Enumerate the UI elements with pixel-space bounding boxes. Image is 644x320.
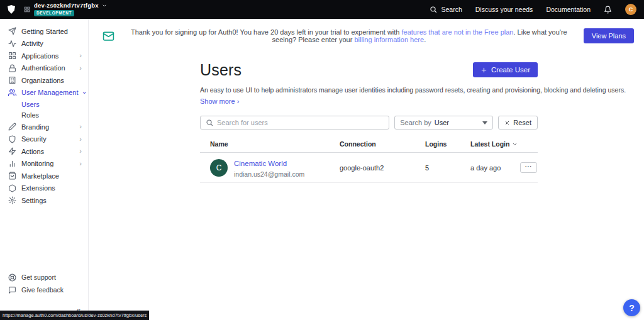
chevron-right-icon: ›: [79, 52, 82, 59]
bar-chart-icon: [8, 160, 16, 168]
sidebar-nav: Getting StartedActivityApplications›Auth…: [0, 25, 88, 207]
sidebar-item-authentication[interactable]: Authentication›: [0, 62, 88, 75]
column-header-logins: Logins: [425, 140, 470, 148]
sidebar: Getting StartedActivityApplications›Auth…: [0, 19, 89, 320]
chevron-right-icon: ›: [79, 160, 82, 167]
storefront-icon: [8, 172, 16, 180]
column-header-name: Name: [210, 140, 340, 148]
auth0-dashboard: dev-zs0zknd7tv7tfgbx DEVELOPMENT Search …: [0, 0, 644, 320]
notifications-bell-icon[interactable]: [604, 6, 612, 14]
view-plans-button[interactable]: View Plans: [584, 28, 634, 43]
sidebar-item-user-management[interactable]: User Management›: [0, 87, 88, 99]
dropdown-caret-icon: [482, 121, 487, 124]
user-connection: google-oauth2: [340, 164, 425, 172]
give-feedback-link[interactable]: Give feedback: [0, 284, 88, 296]
create-user-button[interactable]: Create User: [473, 62, 538, 77]
message-square-icon: [8, 286, 16, 294]
table-header: Name Connection Logins Latest Login: [200, 140, 538, 153]
users-page: Users Create User An easy to use UI to h…: [200, 61, 538, 183]
sidebar-item-extensions[interactable]: Extensions: [0, 182, 88, 195]
users-table: Name Connection Logins Latest Login CCin…: [200, 140, 538, 183]
user-cell: CCinematic Worldindian.us24@gmail.com: [210, 157, 340, 178]
x-icon: [504, 120, 510, 126]
chevron-right-icon: ›: [237, 97, 240, 105]
topbar-actions: Search Discuss your needs Documentation …: [430, 4, 636, 15]
user-table-row: CCinematic Worldindian.us24@gmail.comgoo…: [200, 153, 538, 183]
puzzle-icon: [8, 184, 16, 192]
users-icon: [8, 89, 16, 97]
column-header-latest-login[interactable]: Latest Login: [470, 140, 520, 148]
chevron-right-icon: ›: [79, 65, 82, 72]
trial-banner: Thank you for signing up for Auth0! You …: [89, 19, 644, 51]
environment-badge: DEVELOPMENT: [34, 10, 74, 17]
rocket-icon: [8, 27, 16, 35]
chevron-down-icon: ›: [81, 91, 88, 94]
reset-button[interactable]: Reset: [498, 116, 538, 130]
sidebar-item-marketplace[interactable]: Marketplace: [0, 170, 88, 182]
sidebar-item-actions[interactable]: Actions›: [0, 145, 88, 158]
tenant-switcher[interactable]: dev-zs0zknd7tv7tfgbx DEVELOPMENT: [24, 3, 107, 16]
chevron-down-icon: [102, 3, 107, 8]
user-row-avatar: C: [210, 159, 228, 177]
chevron-right-icon: ›: [79, 123, 82, 130]
auth0-logo-icon: [6, 4, 16, 14]
sidebar-item-branding[interactable]: Branding›: [0, 121, 88, 133]
table-controls: Search by User Reset: [200, 116, 538, 130]
user-logins: 5: [425, 164, 470, 172]
lightning-icon: [8, 147, 16, 155]
get-support-link[interactable]: Get support: [0, 271, 88, 284]
search-by-dropdown[interactable]: Search by User: [394, 116, 493, 130]
sidebar-footer: Get support Give feedback: [0, 271, 88, 296]
user-email: indian.us24@gmail.com: [234, 170, 304, 178]
tenant-name: dev-zs0zknd7tv7tfgbx: [34, 3, 99, 9]
gear-icon: [8, 196, 16, 204]
sidebar-item-activity[interactable]: Activity: [0, 38, 88, 50]
sidebar-item-security[interactable]: Security›: [0, 133, 88, 146]
search-menu-item[interactable]: Search: [430, 6, 462, 13]
help-button[interactable]: ?: [623, 299, 640, 316]
search-icon: [206, 119, 213, 126]
sort-chevron-down-icon: [512, 141, 518, 147]
top-bar: dev-zs0zknd7tv7tfgbx DEVELOPMENT Search …: [0, 0, 644, 19]
main-content: Thank you for signing up for Auth0! You …: [89, 19, 644, 320]
shield-icon: [8, 135, 16, 143]
row-actions-button[interactable]: ⋯: [520, 162, 537, 173]
brush-icon: [8, 123, 16, 131]
link-url-statusbar: https://manage.auth0.com/dashboard/us/de…: [0, 311, 149, 320]
sidebar-item-organizations[interactable]: Organizations: [0, 74, 88, 87]
user-latest-login: a day ago: [470, 164, 520, 172]
page-title: Users: [200, 61, 242, 79]
chevron-right-icon: ›: [79, 136, 82, 143]
sidebar-item-applications[interactable]: Applications›: [0, 50, 88, 62]
activity-icon: [8, 40, 16, 48]
sidebar-item-getting-started[interactable]: Getting Started: [0, 25, 88, 38]
sidebar-item-settings[interactable]: Settings: [0, 194, 88, 207]
sidebar-item-monitoring[interactable]: Monitoring›: [0, 158, 88, 170]
user-avatar[interactable]: C: [625, 4, 636, 15]
trial-banner-text: Thank you for signing up for Auth0! You …: [121, 28, 577, 43]
sidebar-item-users[interactable]: Users: [0, 99, 88, 110]
building-icon: [8, 76, 16, 84]
lifebuoy-icon: [8, 273, 16, 282]
discuss-your-needs-link[interactable]: Discuss your needs: [475, 6, 533, 13]
user-search-box: [200, 116, 389, 130]
sidebar-item-roles[interactable]: Roles: [0, 110, 88, 121]
column-header-connection: Connection: [340, 140, 425, 148]
tenant-grid-icon: [24, 6, 30, 13]
search-icon: [430, 6, 437, 13]
envelope-icon: [103, 30, 114, 42]
free-plan-features-link[interactable]: features that are not in the Free plan: [402, 28, 514, 36]
billing-information-link[interactable]: billing information here: [354, 36, 424, 43]
documentation-link[interactable]: Documentation: [546, 6, 591, 13]
lock-icon: [8, 64, 16, 72]
show-more-link[interactable]: Show more ›: [200, 97, 239, 105]
user-name-link[interactable]: Cinematic World: [234, 160, 287, 167]
table-body: CCinematic Worldindian.us24@gmail.comgoo…: [200, 153, 538, 183]
page-description: An easy to use UI to help administrators…: [200, 86, 538, 94]
chevron-right-icon: ›: [79, 148, 82, 155]
search-users-input[interactable]: [217, 119, 384, 126]
applications-grid-icon: [8, 52, 16, 60]
plus-icon: [480, 67, 487, 74]
ellipsis-icon: ⋯: [525, 163, 533, 170]
